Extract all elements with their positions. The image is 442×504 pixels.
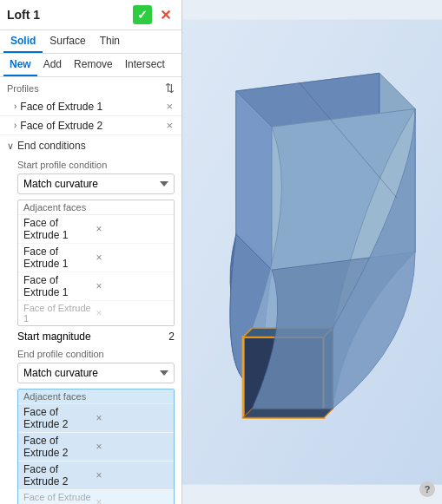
end-conditions-label: End conditions [17,140,86,152]
remove-start-adj-3[interactable]: × [96,280,169,292]
panel-header: Loft 1 ✓ ✕ [0,0,181,30]
chevron-icon-1: › [14,101,16,111]
end-adjacent-item-1[interactable]: Face of Extrude 2 × [18,404,174,433]
remove-start-adj-4[interactable]: × [96,307,169,319]
svg-marker-10 [243,409,333,417]
profile-label-1: Face of Extrude 1 [20,101,164,113]
3d-shape-svg [182,0,442,504]
profiles-section-header: Profiles ⇅ [0,77,181,97]
profiles-label: Profiles [7,83,39,94]
help-icon[interactable]: ? [419,481,435,497]
cancel-button[interactable]: ✕ [155,5,175,24]
help-label: ? [425,484,431,494]
start-profile-select[interactable]: Match curvature Normal to profile Tangen… [17,173,175,194]
profile-item-2[interactable]: › Face of Extrude 2 × [0,116,181,135]
panel-title: Loft 1 [7,8,40,22]
confirm-button[interactable]: ✓ [133,5,152,24]
remove-profile-1[interactable]: × [164,100,175,113]
panel-content: Profiles ⇅ › Face of Extrude 1 × › Face … [0,77,181,504]
end-adjacent-item-2[interactable]: Face of Extrude 2 × [18,433,174,461]
tab-intersect[interactable]: Intersect [119,54,171,76]
start-profile-condition-label: Start profile condition [0,156,181,172]
remove-end-adj-3[interactable]: × [96,469,169,481]
start-adj-label-3: Face of Extrude 1 [23,274,96,298]
start-adjacent-item-2[interactable]: Face of Extrude 1 × [18,244,174,272]
start-magnitude-value[interactable]: 2 [168,331,175,343]
type-tabs: Solid Surface Thin [0,30,181,54]
left-panel: Loft 1 ✓ ✕ Solid Surface Thin New Add Re… [0,0,182,504]
start-adjacent-item-3[interactable]: Face of Extrude 1 × [18,272,174,301]
remove-start-adj-1[interactable]: × [96,223,169,235]
remove-end-adj-1[interactable]: × [96,412,169,424]
remove-start-adj-2[interactable]: × [96,252,169,264]
end-adjacent-label: Adjacent faces [18,389,174,404]
remove-profile-2[interactable]: × [164,119,175,132]
start-adj-label-4: Face of Extrude 1 [23,303,96,324]
operation-tabs: New Add Remove Intersect [0,54,181,77]
end-adj-label-1: Face of Extrude 2 [23,406,96,430]
tab-surface[interactable]: Surface [43,30,92,53]
end-adjacent-item-4[interactable]: Face of Extrude 2 × [18,490,174,504]
profile-item-1[interactable]: › Face of Extrude 1 × [0,97,181,116]
end-adjacent-box: Adjacent faces Face of Extrude 2 × Face … [17,389,175,504]
start-profile-dropdown-row: Match curvature Normal to profile Tangen… [0,172,181,198]
tab-add[interactable]: Add [37,54,68,76]
tab-thin[interactable]: Thin [93,30,127,53]
start-adjacent-box: Adjacent faces Face of Extrude 1 × Face … [17,200,175,326]
collapse-arrow-icon: ∨ [7,141,14,152]
start-magnitude-row: Start magnitude 2 [0,328,181,345]
end-adj-label-4: Face of Extrude 2 [23,492,96,504]
end-profile-dropdown-row: Match curvature Normal to profile Tangen… [0,361,181,387]
end-conditions-toggle[interactable]: ∨ End conditions [0,135,181,156]
end-adj-label-2: Face of Extrude 2 [23,435,96,459]
chevron-icon-2: › [14,121,16,130]
tab-solid[interactable]: Solid [3,30,43,53]
end-profile-select[interactable]: Match curvature Normal to profile Tangen… [17,363,175,383]
profile-label-2: Face of Extrude 2 [20,120,164,132]
end-adjacent-item-3[interactable]: Face of Extrude 2 × [18,461,174,490]
remove-end-adj-4[interactable]: × [96,496,169,504]
header-icons: ✓ ✕ [133,5,175,24]
sort-icon[interactable]: ⇅ [165,82,175,95]
start-adjacent-label: Adjacent faces [18,200,174,215]
tab-remove[interactable]: Remove [68,54,119,76]
start-adj-label-2: Face of Extrude 1 [23,245,96,270]
viewport-panel: ? [182,0,442,504]
end-adj-label-3: Face of Extrude 2 [23,463,96,488]
start-adjacent-item-1[interactable]: Face of Extrude 1 × [18,215,174,244]
remove-end-adj-2[interactable]: × [96,441,169,453]
end-profile-condition-label: End profile condition [0,345,181,361]
start-magnitude-label: Start magnitude [17,331,91,343]
start-adj-label-1: Face of Extrude 1 [23,217,96,241]
tab-new[interactable]: New [3,54,37,76]
start-adjacent-item-4[interactable]: Face of Extrude 1 × [18,301,174,325]
